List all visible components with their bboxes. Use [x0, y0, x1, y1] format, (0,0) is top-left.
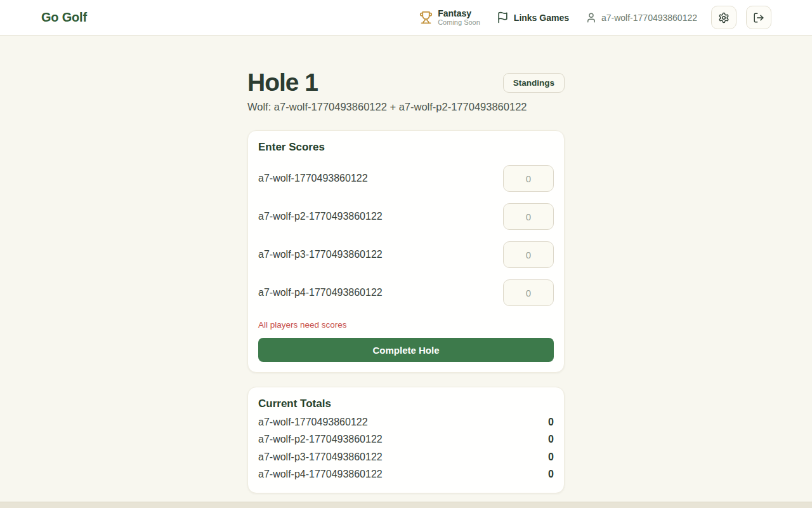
- enter-scores-card: Enter Scores a7-wolf-1770493860122 a7-wo…: [247, 130, 565, 373]
- brand-logo[interactable]: Go Golf: [41, 10, 87, 25]
- player-name: a7-wolf-p3-1770493860122: [258, 249, 383, 260]
- gear-icon: [718, 12, 730, 23]
- score-row: a7-wolf-p3-1770493860122: [258, 241, 554, 268]
- title-row: Hole 1 Standings: [247, 69, 565, 97]
- header-buttons: [711, 6, 771, 29]
- total-row: a7-wolf-p2-1770493860122 0: [258, 434, 554, 445]
- current-totals-title: Current Totals: [258, 398, 554, 410]
- main-content: Hole 1 Standings Wolf: a7-wolf-177049386…: [247, 36, 565, 493]
- player-name: a7-wolf-p4-1770493860122: [258, 287, 383, 298]
- settings-button[interactable]: [711, 6, 737, 29]
- username-text: a7-wolf-1770493860122: [601, 13, 697, 23]
- total-value: 0: [548, 434, 554, 445]
- bottom-strip: [0, 502, 812, 508]
- total-row: a7-wolf-p4-1770493860122 0: [258, 469, 554, 480]
- nav-item-fantasy[interactable]: Fantasy Coming Soon: [419, 8, 480, 27]
- fantasy-label: Fantasy: [438, 8, 480, 18]
- header-nav: Fantasy Coming Soon Links Games a7-wolf-…: [419, 6, 771, 29]
- logout-button[interactable]: [746, 6, 771, 29]
- fantasy-sublabel: Coming Soon: [438, 18, 480, 27]
- total-value: 0: [548, 469, 554, 480]
- wolf-subtitle: Wolf: a7-wolf-1770493860122 + a7-wolf-p2…: [247, 101, 565, 113]
- total-player-name: a7-wolf-p4-1770493860122: [258, 469, 383, 480]
- player-name: a7-wolf-1770493860122: [258, 173, 368, 184]
- score-input[interactable]: [503, 279, 554, 306]
- validation-error: All players need scores: [258, 320, 554, 330]
- score-row: a7-wolf-p2-1770493860122: [258, 203, 554, 230]
- user-icon: [586, 12, 597, 23]
- player-name: a7-wolf-p2-1770493860122: [258, 211, 383, 222]
- total-row: a7-wolf-p3-1770493860122 0: [258, 451, 554, 463]
- total-player-name: a7-wolf-p2-1770493860122: [258, 434, 383, 445]
- enter-scores-title: Enter Scores: [258, 141, 554, 154]
- trophy-icon: [419, 11, 433, 24]
- total-row: a7-wolf-1770493860122 0: [258, 417, 554, 428]
- nav-item-links-games[interactable]: Links Games: [497, 11, 569, 23]
- user-chip: a7-wolf-1770493860122: [586, 12, 697, 23]
- logout-icon: [753, 12, 764, 23]
- current-totals-card: Current Totals a7-wolf-1770493860122 0 a…: [247, 387, 565, 493]
- score-input[interactable]: [503, 241, 554, 268]
- fantasy-text: Fantasy Coming Soon: [438, 8, 480, 27]
- score-row: a7-wolf-p4-1770493860122: [258, 279, 554, 306]
- links-games-label: Links Games: [514, 13, 569, 23]
- total-player-name: a7-wolf-p3-1770493860122: [258, 451, 383, 463]
- total-value: 0: [548, 417, 554, 428]
- complete-hole-button[interactable]: Complete Hole: [258, 338, 554, 362]
- score-input[interactable]: [503, 165, 554, 192]
- app-header: Go Golf Fantasy Coming Soon: [0, 0, 812, 36]
- standings-button[interactable]: Standings: [503, 73, 565, 93]
- score-row: a7-wolf-1770493860122: [258, 165, 554, 192]
- page-title: Hole 1: [247, 69, 318, 97]
- total-value: 0: [548, 451, 554, 463]
- score-input[interactable]: [503, 203, 554, 230]
- flag-icon: [497, 11, 509, 23]
- total-player-name: a7-wolf-1770493860122: [258, 417, 368, 428]
